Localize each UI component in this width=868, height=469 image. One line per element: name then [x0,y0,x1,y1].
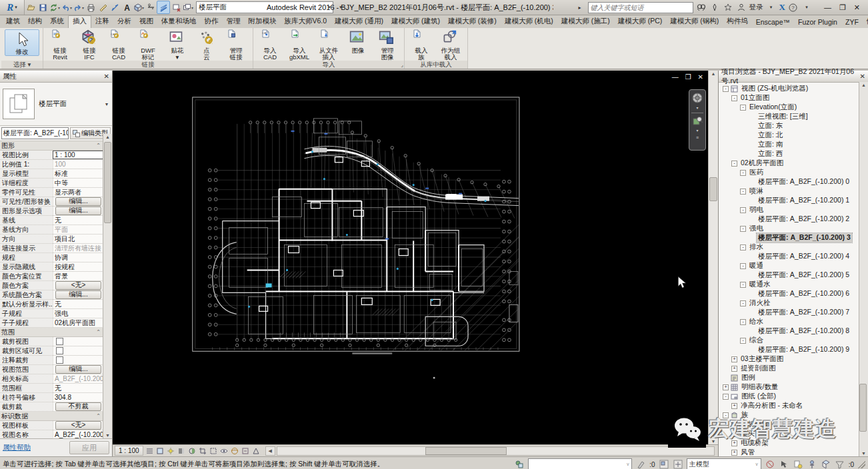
ribbon-button-import-cad[interactable]: CAD导入CAD [255,29,285,61]
tree-item[interactable]: -02机房平面图 [719,159,868,168]
detail-level-icon[interactable] [145,446,155,456]
type-caret-icon[interactable]: ▾ [105,101,109,107]
tab-协作[interactable]: 协作 [201,15,223,28]
tab-结构[interactable]: 结构 [24,15,46,28]
crop-view-icon[interactable] [198,446,208,456]
panel-label-导入[interactable]: 导入 [253,61,404,69]
redo-icon[interactable]: ▾ [73,1,85,13]
tree-item[interactable]: +03主楼平面图 [719,354,868,364]
panel-label-链接[interactable]: 链接 [43,61,253,69]
property-value[interactable]: 304.8 [53,393,103,402]
view-minimize-icon[interactable]: — [672,74,679,81]
tab-注释[interactable]: 注释 [91,15,113,28]
tab-视图[interactable]: 视图 [135,15,157,28]
tab-族库大师V6.0[interactable]: 族库大师V6.0 [281,15,331,28]
tab-建模大师(通用)[interactable]: 建模大师 (通用) [331,15,387,28]
tree-item[interactable]: -族 [719,410,868,420]
tab-系统[interactable]: 系统 [46,15,68,28]
view-restore-icon[interactable]: ❐ [685,74,691,81]
property-value-button[interactable]: 编辑... [55,197,101,206]
tab-管理[interactable]: 管理 [223,15,245,28]
temporary-hide-icon[interactable] [219,446,229,456]
property-value-button[interactable]: 编辑... [55,365,101,374]
tab-Enscape™[interactable]: Enscape™ [752,17,794,28]
close-hidden-windows-icon[interactable] [170,1,182,13]
ribbon-button-point-cloud[interactable]: 点云 [192,29,221,61]
exclude-options-icon[interactable] [765,459,775,469]
worksets-icon[interactable] [514,459,525,469]
hscroll-left-arrow[interactable]: ◀ [265,446,275,456]
tree-item[interactable]: 三维视图: [三维] [719,112,868,121]
property-value[interactable]: A_B2F_(-10.200) [53,374,103,383]
tab-附加模块[interactable]: 附加模块 [245,15,281,28]
tab-FuzorPlugin[interactable]: Fuzor Plugin [794,17,841,28]
tab-分析[interactable]: 分析 [113,15,135,28]
tree-item[interactable]: 楼层平面: A_B2F_(-10.200) 7 [719,308,868,317]
app-menu-button[interactable]: R▾ [0,0,25,15]
tree-item[interactable]: -喷淋 [719,187,868,196]
browser-close-icon[interactable]: ✕ [860,73,865,80]
property-value[interactable]: 平面 [53,225,103,234]
tree-item[interactable]: +风管 [719,448,868,456]
tree-item[interactable]: -给水 [719,317,868,326]
ribbon-button-manage-links[interactable]: 管理链接 [221,29,251,61]
tree-item[interactable]: 楼层平面: A_B2F_(-10.200) 6 [719,289,868,298]
canvas-vertical-scrollbar[interactable]: ▲▼ [708,71,718,444]
tree-item[interactable]: 楼层平面: A_B2F_(-10.200) 5 [719,270,868,280]
section-header-范围[interactable]: 范围⌃ [0,328,103,337]
restore-button[interactable]: ❐ [839,3,846,12]
type-selector[interactable]: 楼层平面 ▾ [0,83,112,126]
panel-label-select[interactable]: 选择 ▾ [1,61,43,69]
temporary-view-icon[interactable] [241,446,251,456]
text-icon[interactable]: A [121,1,133,13]
select-links-icon[interactable] [793,459,803,469]
tab-建模大师(装修)[interactable]: 建模大师 (装修) [444,15,501,28]
design-options-icon[interactable] [659,459,669,469]
select-by-face-icon[interactable] [821,459,831,469]
property-value[interactable]: 显示两者 [53,188,103,197]
modify-button[interactable]: 修改 [5,29,39,56]
tab-建模大师(PC)[interactable]: 建模大师 (PC) [614,15,667,28]
undo-icon[interactable]: ▾ [61,1,73,13]
tree-item[interactable]: +分析链接 [719,420,868,429]
section-header-图形[interactable]: 图形⌃ [0,141,103,151]
sync-icon[interactable]: ▾ [49,1,61,13]
section-header-标识数据[interactable]: 标识数据⌃ [0,412,103,421]
tree-item[interactable]: 楼层平面: A_B2F_(-10.200) 4 [719,252,868,261]
property-value-button[interactable]: <无> [55,281,101,290]
ribbon-button-link-revit[interactable]: 链接Revit [45,29,75,61]
tree-item[interactable]: 楼层平面: A_B2F_(-10.200) 9 [719,345,868,354]
help-caret-icon[interactable]: ▾ [801,2,812,13]
property-value[interactable]: 02机房平面图 [53,318,103,327]
property-value[interactable]: 1 : 100 [53,151,103,159]
measure-icon[interactable] [97,1,109,13]
tree-item[interactable]: -消火栓 [719,298,868,308]
tree-item[interactable]: -排水 [719,242,868,252]
property-value[interactable]: 无 [53,216,103,225]
search-icon[interactable] [696,2,707,13]
tree-item[interactable]: 楼层平面: A_B2F_(-10.200) 1 [719,196,868,205]
drawing-canvas[interactable]: — ❐ ✕ ▾ ▾ ≡ ▲▼ [113,71,718,444]
ribbon-button-image[interactable]: 图像 [343,29,373,54]
open-icon[interactable] [25,1,37,13]
selection-filter-icon[interactable] [835,459,845,469]
tree-item[interactable]: +明细表/数量 [719,382,868,392]
help-icon[interactable]: ? [788,2,799,13]
property-value[interactable]: A_B2F_(-10.200) 3 [53,430,103,438]
property-value[interactable]: 项目北 [53,234,103,243]
analytical-model-icon[interactable] [251,446,261,456]
property-value-button[interactable]: 编辑... [55,207,101,215]
apply-button[interactable]: 应用 [69,441,109,454]
editing-requests-icon[interactable] [635,459,646,469]
shadows-icon[interactable] [177,446,187,456]
reveal-hidden-icon[interactable] [230,446,240,456]
tree-item[interactable]: -Elevation(立面) [719,103,868,112]
view-close-icon[interactable]: ✕ [698,74,703,81]
ribbon-button-insert-from-file[interactable]: 从文件插入 [314,29,343,61]
aligned-dimension-icon[interactable] [109,1,121,13]
tree-item[interactable]: -强电 [719,224,868,233]
property-value[interactable]: 无 [53,300,103,308]
property-value-button[interactable]: 不剪裁 [55,402,101,411]
property-value[interactable]: 中等 [53,179,103,187]
design-option-combo[interactable]: 主模型∨ [687,458,761,469]
